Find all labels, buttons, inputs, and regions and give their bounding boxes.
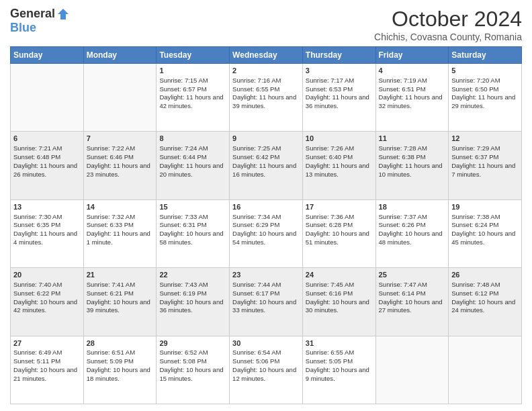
calendar-day-cell: 30Sunrise: 6:54 AMSunset: 5:06 PMDayligh… [230,336,303,404]
sunset-text: Sunset: 6:42 PM [232,153,279,161]
sunset-text: Sunset: 5:05 PM [306,357,353,365]
sunset-text: Sunset: 6:19 PM [159,289,206,297]
sunset-text: Sunset: 6:33 PM [87,221,134,228]
daylight-text: Daylight: 11 hours and 13 minutes. [306,162,369,178]
sunrise-text: Sunrise: 7:25 AM [232,144,281,152]
day-number: 4 [379,66,446,76]
day-number: 30 [232,338,300,349]
calendar-day-cell: 1Sunrise: 7:15 AMSunset: 6:57 PMDaylight… [157,64,230,132]
calendar-header-wednesday: Wednesday [230,47,303,64]
calendar-day-cell: 5Sunrise: 7:20 AMSunset: 6:50 PMDaylight… [449,64,522,132]
calendar-day-cell: 19Sunrise: 7:38 AMSunset: 6:24 PMDayligh… [449,199,522,267]
sunset-text: Sunset: 5:11 PM [13,357,60,365]
calendar-header-sunday: Sunday [11,47,84,64]
sunrise-text: Sunrise: 7:16 AM [232,77,281,84]
sunrise-text: Sunrise: 6:54 AM [232,349,281,356]
sunrise-text: Sunrise: 7:48 AM [451,281,500,288]
day-number: 17 [306,202,373,212]
day-number: 20 [13,270,81,280]
calendar-day-cell: 26Sunrise: 7:48 AMSunset: 6:12 PMDayligh… [449,268,522,336]
calendar-day-cell [11,64,84,132]
sunset-text: Sunset: 6:38 PM [379,153,426,161]
calendar-day-cell: 27Sunrise: 6:49 AMSunset: 5:11 PMDayligh… [11,336,84,404]
calendar-week-row: 27Sunrise: 6:49 AMSunset: 5:11 PMDayligh… [11,336,522,404]
day-number: 28 [87,338,154,349]
daylight-text: Daylight: 11 hours and 1 minute. [87,230,150,246]
daylight-text: Daylight: 10 hours and 42 minutes. [13,298,77,314]
day-number: 14 [87,202,154,212]
logo-blue-text: Blue [10,21,36,35]
sunset-text: Sunset: 6:53 PM [306,85,353,93]
daylight-text: Daylight: 10 hours and 36 minutes. [159,298,223,314]
daylight-text: Daylight: 11 hours and 23 minutes. [87,162,150,178]
sunrise-text: Sunrise: 7:40 AM [13,281,62,288]
subtitle: Chichis, Covasna County, Romania [374,32,522,42]
day-number: 19 [451,202,519,212]
sunset-text: Sunset: 6:46 PM [87,153,134,161]
sunrise-text: Sunrise: 7:28 AM [379,144,427,152]
day-number: 11 [379,134,446,144]
calendar-day-cell: 22Sunrise: 7:43 AMSunset: 6:19 PMDayligh… [157,268,230,336]
daylight-text: Daylight: 10 hours and 30 minutes. [306,298,369,314]
day-number: 8 [159,134,226,144]
day-number: 23 [232,270,300,280]
calendar-header-thursday: Thursday [302,47,375,64]
day-number: 5 [451,66,519,76]
sunset-text: Sunset: 6:24 PM [451,221,498,228]
calendar-week-row: 6Sunrise: 7:21 AMSunset: 6:48 PMDaylight… [11,132,522,199]
day-number: 1 [159,66,226,76]
daylight-text: Daylight: 10 hours and 12 minutes. [232,366,296,382]
calendar-day-cell: 14Sunrise: 7:32 AMSunset: 6:33 PMDayligh… [83,199,157,267]
sunrise-text: Sunrise: 6:49 AM [13,349,62,356]
day-number: 22 [159,270,226,280]
calendar-day-cell: 8Sunrise: 7:24 AMSunset: 6:44 PMDaylight… [157,132,230,199]
calendar-day-cell [449,336,522,404]
calendar-day-cell: 24Sunrise: 7:45 AMSunset: 6:16 PMDayligh… [302,268,375,336]
calendar-day-cell: 17Sunrise: 7:36 AMSunset: 6:28 PMDayligh… [302,199,375,267]
sunrise-text: Sunrise: 6:55 AM [306,349,354,356]
logo-general-text: General [10,7,55,21]
sunset-text: Sunset: 6:29 PM [232,221,279,228]
sunset-text: Sunset: 6:40 PM [306,153,353,161]
header: General Blue October 2024 Chichis, Covas… [10,7,522,42]
daylight-text: Daylight: 10 hours and 21 minutes. [13,366,77,382]
calendar-week-row: 20Sunrise: 7:40 AMSunset: 6:22 PMDayligh… [11,268,522,336]
sunset-text: Sunset: 6:14 PM [379,289,426,297]
sunrise-text: Sunrise: 7:43 AM [159,281,208,288]
sunrise-text: Sunrise: 7:38 AM [451,213,500,220]
daylight-text: Daylight: 10 hours and 15 minutes. [159,366,223,382]
sunrise-text: Sunrise: 7:36 AM [306,213,354,220]
sunrise-text: Sunrise: 7:33 AM [159,213,208,220]
calendar-header-friday: Friday [375,47,449,64]
calendar-day-cell: 6Sunrise: 7:21 AMSunset: 6:48 PMDaylight… [11,132,84,199]
calendar-day-cell: 28Sunrise: 6:51 AMSunset: 5:09 PMDayligh… [83,336,157,404]
sunset-text: Sunset: 6:50 PM [451,85,498,93]
daylight-text: Daylight: 10 hours and 54 minutes. [232,230,296,246]
sunrise-text: Sunrise: 7:26 AM [306,144,354,152]
daylight-text: Daylight: 11 hours and 4 minutes. [13,230,77,246]
sunset-text: Sunset: 6:57 PM [159,85,206,93]
sunrise-text: Sunrise: 6:51 AM [87,349,135,356]
daylight-text: Daylight: 11 hours and 32 minutes. [379,93,443,109]
sunrise-text: Sunrise: 7:15 AM [159,77,208,84]
daylight-text: Daylight: 11 hours and 39 minutes. [232,93,296,109]
sunset-text: Sunset: 6:16 PM [306,289,353,297]
day-number: 10 [306,134,373,144]
daylight-text: Daylight: 11 hours and 7 minutes. [451,162,515,178]
sunset-text: Sunset: 6:44 PM [159,153,206,161]
sunset-text: Sunset: 5:06 PM [232,357,279,365]
sunset-text: Sunset: 6:26 PM [379,221,426,228]
sunrise-text: Sunrise: 7:30 AM [13,213,62,220]
sunset-text: Sunset: 6:31 PM [159,221,206,228]
day-number: 12 [451,134,519,144]
sunset-text: Sunset: 6:21 PM [87,289,134,297]
sunset-text: Sunset: 6:51 PM [379,85,426,93]
day-number: 13 [13,202,81,212]
calendar-header-tuesday: Tuesday [157,47,230,64]
daylight-text: Daylight: 11 hours and 42 minutes. [159,93,223,109]
sunrise-text: Sunrise: 7:20 AM [451,77,500,84]
sunrise-text: Sunrise: 7:47 AM [379,281,427,288]
sunset-text: Sunset: 6:22 PM [13,289,60,297]
calendar-day-cell: 4Sunrise: 7:19 AMSunset: 6:51 PMDaylight… [375,64,449,132]
sunrise-text: Sunrise: 7:19 AM [379,77,427,84]
